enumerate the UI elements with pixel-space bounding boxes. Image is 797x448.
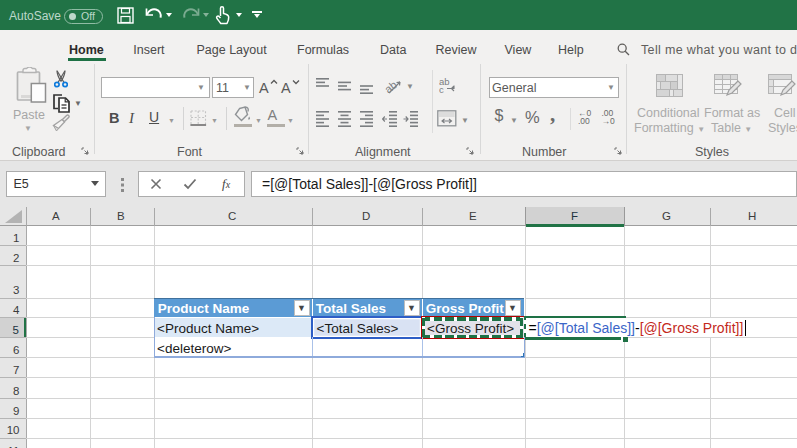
svg-text:ab: ab: [385, 78, 399, 95]
svg-text:c: c: [439, 84, 444, 94]
